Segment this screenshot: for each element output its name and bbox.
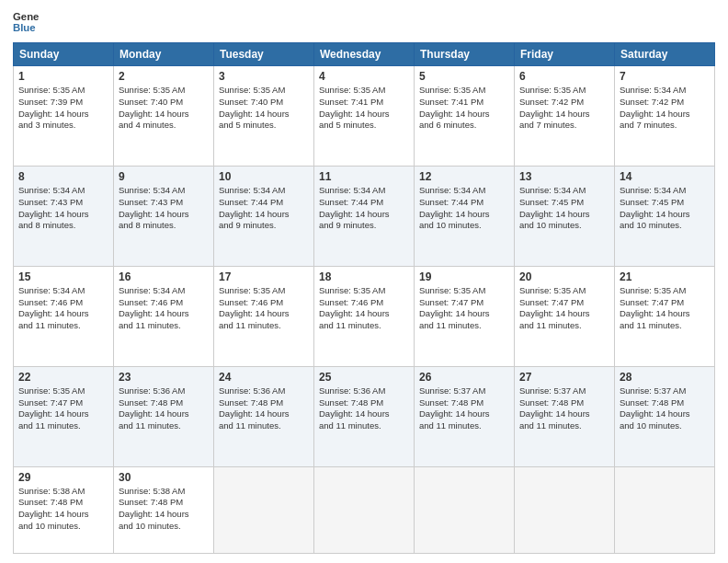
calendar-cell: 9Sunrise: 5:34 AMSunset: 7:43 PMDaylight… [114,166,214,266]
day-header-saturday: Saturday [615,43,715,66]
calendar-cell: 24Sunrise: 5:36 AMSunset: 7:48 PMDayligh… [214,366,314,466]
cell-info: Sunrise: 5:34 AMSunset: 7:42 PMDaylight:… [620,85,710,132]
day-number: 4 [319,70,409,83]
cell-info: Sunrise: 5:34 AMSunset: 7:43 PMDaylight:… [18,185,108,232]
cell-info: Sunrise: 5:35 AMSunset: 7:47 PMDaylight:… [419,285,509,332]
day-number: 19 [419,270,509,283]
day-header-monday: Monday [114,43,214,66]
calendar-table: SundayMondayTuesdayWednesdayThursdayFrid… [13,42,715,554]
cell-info: Sunrise: 5:35 AMSunset: 7:39 PMDaylight:… [18,85,108,132]
day-number: 7 [620,70,710,83]
calendar-cell: 21Sunrise: 5:35 AMSunset: 7:47 PMDayligh… [615,266,715,366]
day-number: 8 [18,170,108,183]
calendar-cell: 25Sunrise: 5:36 AMSunset: 7:48 PMDayligh… [314,366,415,466]
calendar-cell: 4Sunrise: 5:35 AMSunset: 7:41 PMDaylight… [314,66,415,167]
day-number: 24 [219,371,309,384]
calendar-cell: 3Sunrise: 5:35 AMSunset: 7:40 PMDaylight… [214,66,314,167]
day-number: 16 [119,270,209,283]
cell-info: Sunrise: 5:34 AMSunset: 7:46 PMDaylight:… [119,285,209,332]
calendar-cell: 19Sunrise: 5:35 AMSunset: 7:47 PMDayligh… [415,266,515,366]
calendar-cell [214,466,314,553]
calendar-cell: 11Sunrise: 5:34 AMSunset: 7:44 PMDayligh… [314,166,415,266]
calendar-cell: 6Sunrise: 5:35 AMSunset: 7:42 PMDaylight… [515,66,615,167]
calendar-cell: 2Sunrise: 5:35 AMSunset: 7:40 PMDaylight… [114,66,214,167]
cell-info: Sunrise: 5:35 AMSunset: 7:47 PMDaylight:… [620,285,710,332]
day-header-thursday: Thursday [415,43,515,66]
calendar-cell [515,466,615,553]
cell-info: Sunrise: 5:34 AMSunset: 7:43 PMDaylight:… [119,185,209,232]
day-number: 3 [219,70,309,83]
day-number: 15 [18,270,108,283]
cell-info: Sunrise: 5:38 AMSunset: 7:48 PMDaylight:… [119,486,209,533]
calendar-cell: 29Sunrise: 5:38 AMSunset: 7:48 PMDayligh… [14,466,114,553]
calendar-cell: 17Sunrise: 5:35 AMSunset: 7:46 PMDayligh… [214,266,314,366]
calendar-cell: 22Sunrise: 5:35 AMSunset: 7:47 PMDayligh… [14,366,114,466]
day-number: 22 [18,371,108,384]
calendar-cell: 18Sunrise: 5:35 AMSunset: 7:46 PMDayligh… [314,266,415,366]
calendar-cell: 5Sunrise: 5:35 AMSunset: 7:41 PMDaylight… [415,66,515,167]
day-number: 13 [519,170,609,183]
calendar-cell: 27Sunrise: 5:37 AMSunset: 7:48 PMDayligh… [515,366,615,466]
day-number: 20 [519,270,609,283]
cell-info: Sunrise: 5:37 AMSunset: 7:48 PMDaylight:… [620,385,710,432]
day-number: 10 [219,170,309,183]
day-number: 2 [119,70,209,83]
day-number: 28 [620,371,710,384]
calendar-cell: 12Sunrise: 5:34 AMSunset: 7:44 PMDayligh… [415,166,515,266]
calendar-cell: 16Sunrise: 5:34 AMSunset: 7:46 PMDayligh… [114,266,214,366]
day-number: 21 [620,270,710,283]
calendar-cell: 20Sunrise: 5:35 AMSunset: 7:47 PMDayligh… [515,266,615,366]
day-number: 26 [419,371,509,384]
cell-info: Sunrise: 5:35 AMSunset: 7:47 PMDaylight:… [18,385,108,432]
day-header-sunday: Sunday [14,43,114,66]
cell-info: Sunrise: 5:34 AMSunset: 7:44 PMDaylight:… [419,185,509,232]
day-number: 14 [620,170,710,183]
cell-info: Sunrise: 5:35 AMSunset: 7:46 PMDaylight:… [219,285,309,332]
cell-info: Sunrise: 5:35 AMSunset: 7:46 PMDaylight:… [319,285,409,332]
cell-info: Sunrise: 5:34 AMSunset: 7:45 PMDaylight:… [620,185,710,232]
cell-info: Sunrise: 5:35 AMSunset: 7:40 PMDaylight:… [219,85,309,132]
cell-info: Sunrise: 5:34 AMSunset: 7:45 PMDaylight:… [519,185,609,232]
cell-info: Sunrise: 5:37 AMSunset: 7:48 PMDaylight:… [519,385,609,432]
cell-info: Sunrise: 5:36 AMSunset: 7:48 PMDaylight:… [119,385,209,432]
cell-info: Sunrise: 5:37 AMSunset: 7:48 PMDaylight:… [419,385,509,432]
cell-info: Sunrise: 5:35 AMSunset: 7:40 PMDaylight:… [119,85,209,132]
calendar-cell: 7Sunrise: 5:34 AMSunset: 7:42 PMDaylight… [615,66,715,167]
day-number: 6 [519,70,609,83]
calendar-cell: 8Sunrise: 5:34 AMSunset: 7:43 PMDaylight… [14,166,114,266]
cell-info: Sunrise: 5:36 AMSunset: 7:48 PMDaylight:… [219,385,309,432]
day-number: 30 [119,471,209,484]
calendar-cell [314,466,415,553]
logo-icon: GeneralBlue [13,9,39,35]
day-header-tuesday: Tuesday [214,43,314,66]
day-number: 5 [419,70,509,83]
cell-info: Sunrise: 5:35 AMSunset: 7:42 PMDaylight:… [519,85,609,132]
day-number: 18 [319,270,409,283]
day-number: 9 [119,170,209,183]
cell-info: Sunrise: 5:34 AMSunset: 7:44 PMDaylight:… [219,185,309,232]
calendar-cell: 14Sunrise: 5:34 AMSunset: 7:45 PMDayligh… [615,166,715,266]
calendar-cell: 1Sunrise: 5:35 AMSunset: 7:39 PMDaylight… [14,66,114,167]
cell-info: Sunrise: 5:35 AMSunset: 7:41 PMDaylight:… [319,85,409,132]
cell-info: Sunrise: 5:36 AMSunset: 7:48 PMDaylight:… [319,385,409,432]
cell-info: Sunrise: 5:35 AMSunset: 7:47 PMDaylight:… [519,285,609,332]
cell-info: Sunrise: 5:34 AMSunset: 7:46 PMDaylight:… [18,285,108,332]
day-number: 17 [219,270,309,283]
calendar-cell: 13Sunrise: 5:34 AMSunset: 7:45 PMDayligh… [515,166,615,266]
day-header-wednesday: Wednesday [314,43,415,66]
day-number: 12 [419,170,509,183]
svg-text:General: General [13,11,39,22]
cell-info: Sunrise: 5:38 AMSunset: 7:48 PMDaylight:… [18,486,108,533]
calendar-cell: 28Sunrise: 5:37 AMSunset: 7:48 PMDayligh… [615,366,715,466]
logo: GeneralBlue [13,9,39,35]
day-number: 23 [119,371,209,384]
calendar-cell: 26Sunrise: 5:37 AMSunset: 7:48 PMDayligh… [415,366,515,466]
calendar-cell [415,466,515,553]
page-header: GeneralBlue [13,9,715,35]
day-number: 29 [18,471,108,484]
day-number: 1 [18,70,108,83]
calendar-cell: 30Sunrise: 5:38 AMSunset: 7:48 PMDayligh… [114,466,214,553]
cell-info: Sunrise: 5:35 AMSunset: 7:41 PMDaylight:… [419,85,509,132]
calendar-cell: 15Sunrise: 5:34 AMSunset: 7:46 PMDayligh… [14,266,114,366]
calendar-cell: 23Sunrise: 5:36 AMSunset: 7:48 PMDayligh… [114,366,214,466]
